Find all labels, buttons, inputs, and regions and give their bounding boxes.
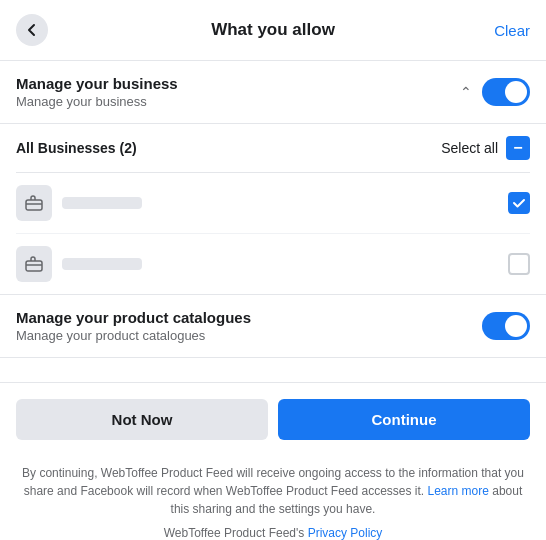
clear-button[interactable]: Clear (494, 22, 530, 39)
chevron-up-icon: ⌃ (460, 84, 472, 100)
privacy-policy-row: WebToffee Product Feed's Privacy Policy (0, 522, 546, 540)
manage-business-section: Manage your business Manage your busines… (0, 61, 546, 124)
briefcase-icon (24, 254, 44, 274)
footer-buttons: Not Now Continue (0, 382, 546, 456)
business-item-left (16, 185, 142, 221)
continue-button[interactable]: Continue (278, 399, 530, 440)
manage-catalogues-title: Manage your product catalogues (16, 309, 251, 326)
manage-business-toggle[interactable] (482, 78, 530, 106)
business-icon (16, 246, 52, 282)
manage-catalogues-section: Manage your product catalogues Manage yo… (0, 295, 546, 358)
select-all-row: Select all − (441, 136, 530, 160)
deselect-all-button[interactable]: − (506, 136, 530, 160)
businesses-section: All Businesses (2) Select all − (0, 124, 546, 295)
business-item (16, 234, 530, 294)
manage-catalogues-subtitle: Manage your product catalogues (16, 328, 251, 343)
page-header: What you allow Clear (0, 0, 546, 61)
privacy-prefix: WebToffee Product Feed's (164, 526, 305, 540)
manage-catalogues-toggle[interactable] (482, 312, 530, 340)
business-checkbox-2[interactable] (508, 253, 530, 275)
manage-business-subtitle: Manage your business (16, 94, 178, 109)
business-icon (16, 185, 52, 221)
manage-business-title: Manage your business (16, 75, 178, 92)
manage-business-header: Manage your business Manage your busines… (16, 75, 530, 109)
check-icon (512, 196, 526, 210)
svg-rect-2 (26, 261, 42, 271)
briefcase-icon (24, 193, 44, 213)
manage-catalogues-text: Manage your product catalogues Manage yo… (16, 309, 251, 343)
page-title: What you allow (211, 20, 335, 40)
business-item-left (16, 246, 142, 282)
disclaimer-text: By continuing, WebToffee Product Feed wi… (0, 456, 546, 522)
privacy-policy-link[interactable]: Privacy Policy (308, 526, 383, 540)
manage-business-controls: ⌃ (460, 78, 530, 106)
business-checkbox-1[interactable] (508, 192, 530, 214)
not-now-button[interactable]: Not Now (16, 399, 268, 440)
business-item (16, 173, 530, 234)
business-name-placeholder (62, 197, 142, 209)
businesses-header: All Businesses (2) Select all − (16, 124, 530, 173)
learn-more-link[interactable]: Learn more (428, 484, 489, 498)
manage-catalogues-header: Manage your product catalogues Manage yo… (16, 309, 530, 343)
back-icon (24, 22, 40, 38)
svg-rect-0 (26, 200, 42, 210)
select-all-label: Select all (441, 140, 498, 156)
back-button[interactable] (16, 14, 48, 46)
manage-business-text: Manage your business Manage your busines… (16, 75, 178, 109)
all-businesses-label: All Businesses (2) (16, 140, 137, 156)
business-name-placeholder (62, 258, 142, 270)
